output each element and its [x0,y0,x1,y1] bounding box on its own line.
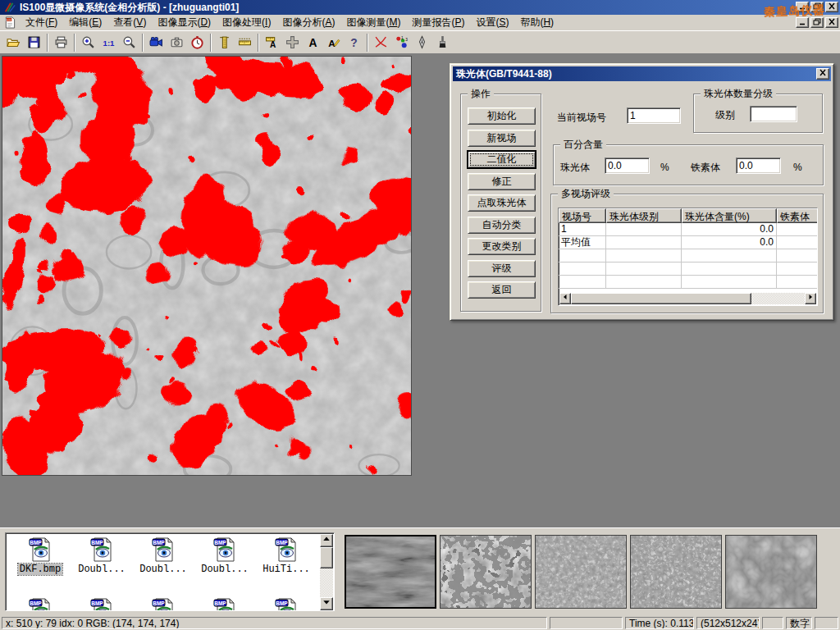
file-item-partial[interactable]: BMP [257,597,316,611]
child-close-button[interactable] [825,17,838,28]
actual-size-icon[interactable]: 1:1 [98,32,119,52]
brush-icon[interactable] [432,32,453,52]
text-icon[interactable]: A [303,32,323,52]
menu-item-2[interactable]: 编辑(E) [63,14,107,31]
op-button-6[interactable]: 自动分类 [468,217,536,234]
bmp-file-icon: BMP [89,597,114,611]
menu-item-1[interactable]: 文件(F) [20,14,63,31]
save-icon[interactable] [24,32,44,52]
svg-text:BMP: BMP [214,600,226,606]
status-panel-empty [762,617,783,629]
bmp-file-icon: BMP [274,597,299,611]
table-cell: 0.0 [682,223,777,236]
dialog-title-bar[interactable]: 珠光体(GB/T9441-88) [453,66,831,81]
table-header-cell[interactable]: 视场号 [559,208,606,223]
current-view-input[interactable] [627,107,681,124]
help-icon[interactable]: ? [344,32,364,52]
zoom-out-icon[interactable] [119,32,139,52]
scroll-up-icon[interactable] [320,534,333,547]
scrollbar-thumb[interactable] [320,547,333,568]
file-item-partial[interactable]: BMP [195,597,254,611]
move-icon[interactable] [282,32,303,52]
op-button-5[interactable]: 点取珠光体 [468,194,536,212]
file-list[interactable]: BMPDKF.bmpBMPDoubl...BMPDoubl...BMPDoubl… [5,532,335,611]
level-input[interactable] [750,106,797,122]
gallery-thumbnail-1[interactable] [345,535,436,609]
print-icon[interactable] [51,32,71,52]
gallery-thumbnail-5[interactable] [725,535,817,609]
menu-item-6[interactable]: 图像分析(A) [276,14,340,31]
file-item-partial[interactable]: BMP [11,597,70,611]
child-minimize-button[interactable] [796,17,809,28]
menu-item-5[interactable]: 图像处理(I) [217,14,276,31]
menu-item-8[interactable]: 测量报告(P) [406,14,470,31]
table-cell [606,236,682,249]
file-item[interactable]: BMPDoubl... [195,536,254,575]
open-icon[interactable] [3,32,24,52]
op-button-9[interactable]: 返回 [468,281,536,299]
op-button-3[interactable]: 二值化 [468,151,536,168]
op-button-2[interactable]: 新视场 [468,130,536,147]
file-item[interactable]: BMPHuiTi... [257,536,316,575]
pearlite-percent-input[interactable] [605,158,650,174]
table-row[interactable] [559,276,817,289]
table-row[interactable] [559,262,817,276]
op-button-8[interactable]: 评级 [468,260,536,277]
file-item-partial[interactable]: BMP [72,597,131,611]
pen-icon[interactable] [412,32,432,52]
timer-icon[interactable] [187,32,208,52]
svg-text:?: ? [350,36,357,49]
scroll-down-icon[interactable] [320,597,333,610]
gallery-thumbnail-3[interactable] [535,535,627,609]
bmp-file-icon: BMP [212,536,237,563]
ruler-horizontal-icon[interactable] [235,32,255,52]
zoom-in-icon[interactable] [78,32,98,52]
table-header-cell[interactable]: 珠光体级别 [606,208,682,223]
app-logo-icon [3,2,16,13]
table-header-cell[interactable]: 铁素体 [777,208,818,223]
file-item[interactable]: BMPDKF.bmp [11,536,70,575]
table-row[interactable] [559,249,817,262]
file-item[interactable]: BMPDoubl... [72,536,131,575]
menu-item-9[interactable]: 设置(S) [470,14,514,31]
measure-text-icon[interactable]: A [262,32,282,52]
table-cell [606,276,682,289]
ferrite-percent-input[interactable] [736,158,781,174]
curve-tool-icon[interactable] [371,32,391,52]
table-row[interactable]: 平均值0.0 [559,236,817,249]
menu-item-3[interactable]: 查看(V) [107,14,152,31]
menu-item-10[interactable]: 帮助(H) [514,14,559,31]
menu-item-7[interactable]: 图像测量(M) [340,14,406,31]
document-icon: DOC [3,16,16,29]
classify-points-icon[interactable]: 13 [391,32,412,52]
edit-text-icon[interactable]: A [323,32,344,52]
scrollbar-thumb[interactable] [571,293,751,304]
bmp-file-icon: BMP [89,536,114,563]
video-camera-icon[interactable] [146,32,167,52]
file-item[interactable]: BMPDoubl... [134,536,193,575]
close-button[interactable] [825,2,838,12]
gallery-thumbnail-2[interactable] [440,535,532,609]
child-restore-button[interactable] [810,17,824,28]
scrollbar-track[interactable] [751,293,805,304]
micrograph-image[interactable] [2,56,412,476]
scroll-left-icon[interactable] [559,293,571,304]
grade-group-label: 珠光体数量分级 [701,88,776,99]
op-button-1[interactable]: 初始化 [468,107,536,125]
op-button-4[interactable]: 修正 [468,173,536,190]
table-row[interactable]: 10.0 [559,223,817,236]
file-item-partial[interactable]: BMP [134,597,193,611]
file-list-scrollbar[interactable] [320,534,333,610]
dialog-close-icon[interactable] [816,68,829,80]
caliper-vertical-icon[interactable] [214,32,235,52]
table-header-cell[interactable]: 珠光体含量(%) [682,208,777,223]
table-cell: 平均值 [559,236,606,249]
gallery-thumbnail-4[interactable] [630,535,722,609]
table-horizontal-scrollbar[interactable] [559,293,816,304]
menu-item-4[interactable]: 图像显示(D) [152,14,217,31]
capture-icon[interactable] [167,32,187,52]
multiview-table[interactable]: 视场号珠光体级别珠光体含量(%)铁素体 10.0平均值0.0 [558,208,818,306]
op-button-7[interactable]: 更改类别 [468,238,536,255]
scroll-right-icon[interactable] [805,293,816,304]
dialog-title: 珠光体(GB/T9441-88) [453,67,552,81]
